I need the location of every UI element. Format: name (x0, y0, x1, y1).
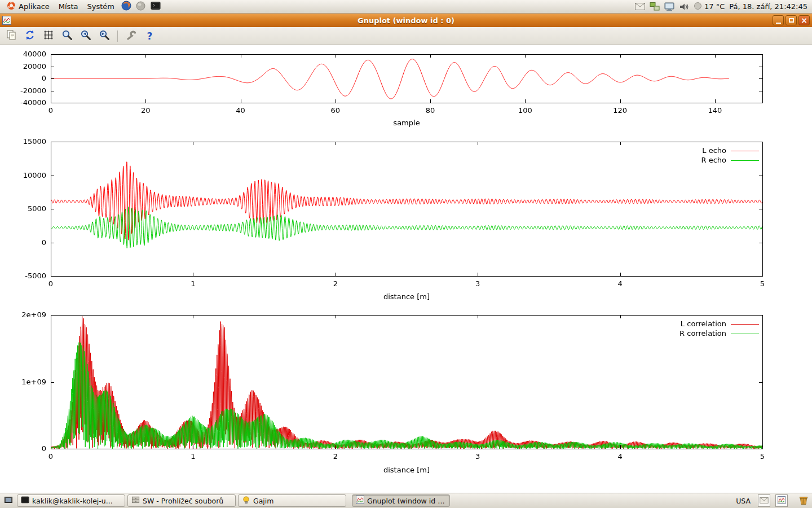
taskbar-item-file-manager[interactable]: SW - Prohlížeč souborů (127, 494, 236, 507)
weather-icon (694, 2, 702, 12)
config-button[interactable] (123, 29, 139, 43)
desktop: Aplikace Místa Systém (0, 0, 812, 508)
window-title: Gnuplot (window id : 0) (0, 16, 812, 25)
top-panel-tray: 17 °C Pá, 18. září, 21:42:45 (635, 2, 810, 12)
terminal-icon (21, 496, 29, 506)
menu-applications[interactable]: Aplikace (2, 0, 54, 14)
grid-icon (42, 29, 55, 43)
replot-icon (24, 29, 36, 43)
zoom-next-icon (98, 29, 111, 43)
taskbar-item-label: Gajim (253, 497, 273, 505)
globe-icon (136, 1, 145, 12)
help-button[interactable]: ? (142, 29, 157, 43)
display-icon[interactable] (664, 2, 674, 11)
bottom-panel-tray: USA (734, 494, 810, 507)
zoom-autoscale-icon (61, 29, 73, 43)
close-icon: × (801, 16, 807, 24)
window-buttons: × (773, 15, 810, 25)
toolbar-separator (117, 30, 118, 42)
zoom-previous-icon (80, 29, 92, 43)
volume-icon[interactable] (679, 2, 689, 11)
mail-tray-button[interactable] (758, 494, 770, 507)
maximize-icon (789, 18, 794, 23)
gnuplot-icon (356, 496, 364, 506)
gnuplot-toolbar: ? (0, 27, 812, 45)
plot-canvas[interactable] (0, 45, 812, 493)
config-icon (125, 29, 138, 43)
taskbar-item-gnuplot[interactable]: Gnuplot (window id : 0) (352, 494, 450, 507)
zoom-autoscale-button[interactable] (59, 29, 74, 43)
clock-applet[interactable]: Pá, 18. září, 21:42:45 (729, 2, 807, 11)
top-panel: Aplikace Místa Systém (0, 0, 812, 14)
ubuntu-logo-icon (7, 1, 16, 12)
replot-button[interactable] (22, 29, 37, 43)
menu-places[interactable]: Místa (54, 0, 83, 14)
menu-system[interactable]: Systém (82, 0, 118, 14)
taskbar-item-gajim[interactable]: Gajim (238, 494, 346, 507)
minimize-button[interactable] (773, 15, 784, 25)
trash-button[interactable] (798, 495, 809, 507)
weather-applet[interactable]: 17 °C (694, 2, 725, 12)
taskbar-item-label: kaklik@kaklik-kolej-u... (32, 497, 113, 505)
bottom-panel: kaklik@kaklik-kolej-u... SW - Prohlížeč … (0, 493, 812, 508)
window-icon[interactable] (2, 16, 11, 25)
network-icon[interactable] (650, 2, 660, 11)
terminal-icon (151, 1, 161, 12)
weather-temperature: 17 °C (704, 2, 725, 11)
show-desktop-icon (4, 496, 13, 506)
copy-icon (5, 29, 17, 43)
gajim-icon (242, 496, 250, 506)
file-manager-icon (131, 496, 140, 506)
maximize-button[interactable] (785, 15, 797, 25)
menu-places-label: Místa (59, 2, 78, 11)
trash-icon (798, 495, 809, 507)
window-titlebar[interactable]: Gnuplot (window id : 0) × (0, 14, 812, 27)
launcher-terminal[interactable] (148, 0, 163, 14)
mail-icon (760, 497, 769, 505)
launcher-globe[interactable] (134, 0, 148, 14)
zoom-previous-button[interactable] (78, 29, 93, 43)
taskbar-item-terminal[interactable]: kaklik@kaklik-kolej-u... (17, 494, 125, 507)
mail-icon[interactable] (635, 3, 645, 10)
taskbar-item-label: SW - Prohlížeč souborů (143, 497, 223, 505)
chart-tray-icon (778, 496, 785, 506)
zoom-next-button[interactable] (96, 29, 112, 43)
close-button[interactable]: × (798, 15, 810, 25)
taskbar-item-label: Gnuplot (window id : 0) (367, 497, 446, 505)
launcher-firefox[interactable] (119, 0, 134, 14)
firefox-icon (121, 1, 131, 12)
copy-button[interactable] (3, 29, 19, 43)
chart-tray-button[interactable] (775, 494, 788, 507)
keyboard-layout-indicator[interactable]: USA (734, 497, 753, 505)
menu-applications-label: Aplikace (19, 2, 50, 11)
plot-area (0, 45, 812, 493)
minimize-icon (776, 23, 781, 24)
show-desktop-button[interactable] (2, 494, 15, 507)
help-icon: ? (147, 30, 153, 42)
grid-button[interactable] (41, 29, 56, 43)
menu-system-label: Systém (87, 2, 114, 11)
